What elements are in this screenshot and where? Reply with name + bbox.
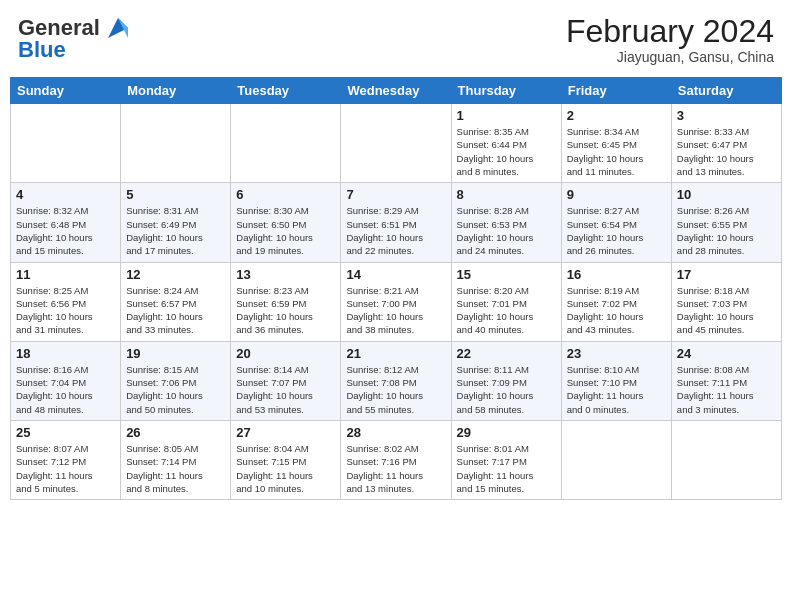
calendar-cell: 7Sunrise: 8:29 AM Sunset: 6:51 PM Daylig… [341,183,451,262]
day-number: 13 [236,267,335,282]
calendar-cell: 24Sunrise: 8:08 AM Sunset: 7:11 PM Dayli… [671,341,781,420]
location-subtitle: Jiayuguan, Gansu, China [566,49,774,65]
day-info: Sunrise: 8:02 AM Sunset: 7:16 PM Dayligh… [346,442,445,495]
day-number: 3 [677,108,776,123]
calendar-week-row: 25Sunrise: 8:07 AM Sunset: 7:12 PM Dayli… [11,420,782,499]
day-number: 9 [567,187,666,202]
calendar-cell: 4Sunrise: 8:32 AM Sunset: 6:48 PM Daylig… [11,183,121,262]
page-header: General Blue February 2024 Jiayuguan, Ga… [10,10,782,69]
day-info: Sunrise: 8:07 AM Sunset: 7:12 PM Dayligh… [16,442,115,495]
calendar-cell [561,420,671,499]
day-info: Sunrise: 8:08 AM Sunset: 7:11 PM Dayligh… [677,363,776,416]
calendar-cell: 5Sunrise: 8:31 AM Sunset: 6:49 PM Daylig… [121,183,231,262]
day-info: Sunrise: 8:28 AM Sunset: 6:53 PM Dayligh… [457,204,556,257]
calendar-cell: 13Sunrise: 8:23 AM Sunset: 6:59 PM Dayli… [231,262,341,341]
day-info: Sunrise: 8:32 AM Sunset: 6:48 PM Dayligh… [16,204,115,257]
calendar-cell: 23Sunrise: 8:10 AM Sunset: 7:10 PM Dayli… [561,341,671,420]
weekday-header-row: SundayMondayTuesdayWednesdayThursdayFrid… [11,78,782,104]
day-info: Sunrise: 8:18 AM Sunset: 7:03 PM Dayligh… [677,284,776,337]
day-number: 7 [346,187,445,202]
day-number: 10 [677,187,776,202]
calendar-week-row: 1Sunrise: 8:35 AM Sunset: 6:44 PM Daylig… [11,104,782,183]
day-info: Sunrise: 8:20 AM Sunset: 7:01 PM Dayligh… [457,284,556,337]
calendar-cell: 10Sunrise: 8:26 AM Sunset: 6:55 PM Dayli… [671,183,781,262]
day-number: 25 [16,425,115,440]
day-info: Sunrise: 8:25 AM Sunset: 6:56 PM Dayligh… [16,284,115,337]
calendar-cell [671,420,781,499]
day-number: 1 [457,108,556,123]
day-info: Sunrise: 8:34 AM Sunset: 6:45 PM Dayligh… [567,125,666,178]
day-number: 16 [567,267,666,282]
title-block: February 2024 Jiayuguan, Gansu, China [566,14,774,65]
day-number: 5 [126,187,225,202]
calendar-cell: 20Sunrise: 8:14 AM Sunset: 7:07 PM Dayli… [231,341,341,420]
day-number: 21 [346,346,445,361]
calendar-cell: 28Sunrise: 8:02 AM Sunset: 7:16 PM Dayli… [341,420,451,499]
day-number: 8 [457,187,556,202]
day-number: 23 [567,346,666,361]
calendar-cell: 2Sunrise: 8:34 AM Sunset: 6:45 PM Daylig… [561,104,671,183]
calendar-cell: 21Sunrise: 8:12 AM Sunset: 7:08 PM Dayli… [341,341,451,420]
calendar-week-row: 4Sunrise: 8:32 AM Sunset: 6:48 PM Daylig… [11,183,782,262]
day-number: 24 [677,346,776,361]
day-info: Sunrise: 8:11 AM Sunset: 7:09 PM Dayligh… [457,363,556,416]
calendar-cell: 18Sunrise: 8:16 AM Sunset: 7:04 PM Dayli… [11,341,121,420]
day-number: 27 [236,425,335,440]
day-info: Sunrise: 8:01 AM Sunset: 7:17 PM Dayligh… [457,442,556,495]
calendar-cell: 9Sunrise: 8:27 AM Sunset: 6:54 PM Daylig… [561,183,671,262]
day-info: Sunrise: 8:16 AM Sunset: 7:04 PM Dayligh… [16,363,115,416]
day-info: Sunrise: 8:29 AM Sunset: 6:51 PM Dayligh… [346,204,445,257]
calendar-week-row: 18Sunrise: 8:16 AM Sunset: 7:04 PM Dayli… [11,341,782,420]
calendar-cell: 11Sunrise: 8:25 AM Sunset: 6:56 PM Dayli… [11,262,121,341]
month-title: February 2024 [566,14,774,49]
day-number: 22 [457,346,556,361]
calendar-cell: 1Sunrise: 8:35 AM Sunset: 6:44 PM Daylig… [451,104,561,183]
calendar-cell [341,104,451,183]
logo-icon [104,14,132,42]
day-number: 15 [457,267,556,282]
calendar-cell: 22Sunrise: 8:11 AM Sunset: 7:09 PM Dayli… [451,341,561,420]
day-info: Sunrise: 8:23 AM Sunset: 6:59 PM Dayligh… [236,284,335,337]
day-number: 20 [236,346,335,361]
day-number: 6 [236,187,335,202]
day-number: 29 [457,425,556,440]
calendar-cell: 14Sunrise: 8:21 AM Sunset: 7:00 PM Dayli… [341,262,451,341]
weekday-header-sunday: Sunday [11,78,121,104]
day-number: 19 [126,346,225,361]
calendar-cell: 3Sunrise: 8:33 AM Sunset: 6:47 PM Daylig… [671,104,781,183]
calendar-cell [121,104,231,183]
weekday-header-saturday: Saturday [671,78,781,104]
weekday-header-friday: Friday [561,78,671,104]
calendar-cell [11,104,121,183]
day-info: Sunrise: 8:30 AM Sunset: 6:50 PM Dayligh… [236,204,335,257]
day-info: Sunrise: 8:21 AM Sunset: 7:00 PM Dayligh… [346,284,445,337]
logo: General Blue [18,14,132,62]
day-number: 17 [677,267,776,282]
day-number: 18 [16,346,115,361]
day-info: Sunrise: 8:24 AM Sunset: 6:57 PM Dayligh… [126,284,225,337]
day-info: Sunrise: 8:33 AM Sunset: 6:47 PM Dayligh… [677,125,776,178]
day-info: Sunrise: 8:27 AM Sunset: 6:54 PM Dayligh… [567,204,666,257]
calendar-cell: 27Sunrise: 8:04 AM Sunset: 7:15 PM Dayli… [231,420,341,499]
calendar-cell: 8Sunrise: 8:28 AM Sunset: 6:53 PM Daylig… [451,183,561,262]
calendar-cell: 15Sunrise: 8:20 AM Sunset: 7:01 PM Dayli… [451,262,561,341]
calendar-cell: 26Sunrise: 8:05 AM Sunset: 7:14 PM Dayli… [121,420,231,499]
weekday-header-wednesday: Wednesday [341,78,451,104]
weekday-header-thursday: Thursday [451,78,561,104]
calendar-cell: 17Sunrise: 8:18 AM Sunset: 7:03 PM Dayli… [671,262,781,341]
calendar-cell [231,104,341,183]
day-number: 4 [16,187,115,202]
calendar-table: SundayMondayTuesdayWednesdayThursdayFrid… [10,77,782,500]
weekday-header-tuesday: Tuesday [231,78,341,104]
day-info: Sunrise: 8:04 AM Sunset: 7:15 PM Dayligh… [236,442,335,495]
day-info: Sunrise: 8:10 AM Sunset: 7:10 PM Dayligh… [567,363,666,416]
day-number: 12 [126,267,225,282]
day-info: Sunrise: 8:15 AM Sunset: 7:06 PM Dayligh… [126,363,225,416]
day-number: 11 [16,267,115,282]
day-info: Sunrise: 8:14 AM Sunset: 7:07 PM Dayligh… [236,363,335,416]
day-number: 28 [346,425,445,440]
calendar-week-row: 11Sunrise: 8:25 AM Sunset: 6:56 PM Dayli… [11,262,782,341]
day-number: 2 [567,108,666,123]
day-info: Sunrise: 8:12 AM Sunset: 7:08 PM Dayligh… [346,363,445,416]
day-number: 26 [126,425,225,440]
